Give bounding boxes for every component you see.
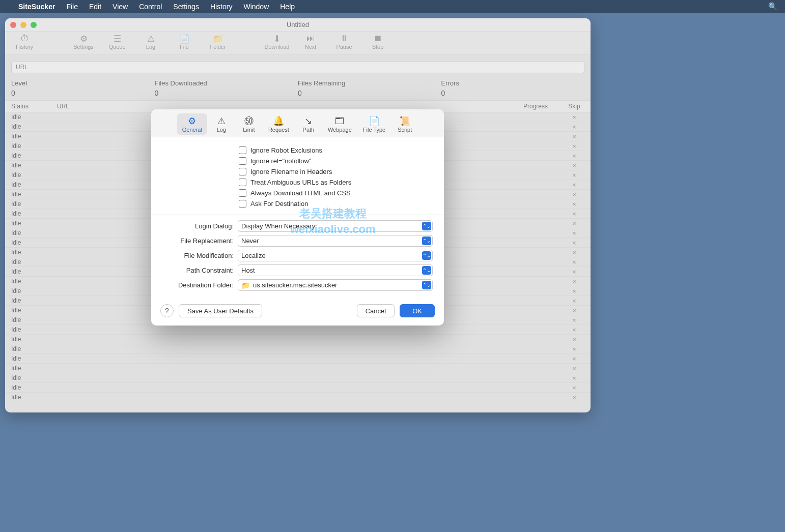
limit-icon: ㊿ [244,115,254,127]
folder-icon: 📁 [241,281,250,289]
menu-edit[interactable]: Edit [89,3,101,11]
menu-history[interactable]: History [210,3,233,11]
menu-window[interactable]: Window [243,3,269,11]
tab-log[interactable]: ⚠Log [208,113,235,135]
chevron-updown-icon: ⌃⌄ [422,281,431,289]
bell-icon: 🔔 [273,115,284,127]
tab-limit[interactable]: ㊿Limit [236,113,262,135]
destination-folder-select[interactable]: 📁us.sitesucker.mac.sitesucker⌃⌄ [238,279,433,291]
chk-ignore-filename[interactable]: Ignore Filename in Headers [239,168,433,175]
webpage-icon: 🗔 [335,115,344,127]
warning-icon: ⚠ [217,115,226,127]
tab-filetype[interactable]: 📄File Type [358,113,390,135]
login-dialog-select[interactable]: Display When Necessary⌃⌄ [238,220,433,232]
path-constraint-select[interactable]: Host⌃⌄ [238,264,433,276]
destination-folder-label: Destination Folder: [162,281,234,289]
file-replacement-select[interactable]: Never⌃⌄ [238,235,433,247]
path-constraint-label: Path Constraint: [162,267,234,274]
chevron-updown-icon: ⌃⌄ [422,266,431,275]
menu-help[interactable]: Help [280,3,295,11]
menubar: SiteSucker File Edit View Control Settin… [0,0,785,13]
chk-always-download-html[interactable]: Always Download HTML and CSS [239,189,433,197]
file-modification-select[interactable]: Localize⌃⌄ [238,250,433,261]
gear-icon: ⚙ [188,115,196,127]
tab-general[interactable]: ⚙General [177,113,207,135]
script-icon: 📜 [399,115,410,127]
chevron-updown-icon: ⌃⌄ [422,222,431,230]
file-modification-label: File Modification: [162,252,234,259]
dialog-tabs: ⚙General ⚠Log ㊿Limit 🔔Request ↘Path 🗔Web… [151,109,444,137]
tab-path[interactable]: ↘Path [295,113,322,135]
chevron-updown-icon: ⌃⌄ [422,251,431,260]
menu-settings[interactable]: Settings [173,3,199,11]
file-icon: 📄 [369,115,380,127]
chk-ignore-nofollow[interactable]: Ignore rel="nofollow" [239,157,433,165]
tab-script[interactable]: 📜Script [391,113,418,135]
menu-control[interactable]: Control [139,3,162,11]
menu-view[interactable]: View [113,3,128,11]
tab-webpage[interactable]: 🗔Webpage [323,113,357,135]
save-defaults-button[interactable]: Save As User Defaults [179,304,262,317]
login-dialog-label: Login Dialog: [162,222,234,230]
app-name[interactable]: SiteSucker [18,3,55,11]
settings-dialog: ⚙General ⚠Log ㊿Limit 🔔Request ↘Path 🗔Web… [151,109,444,326]
menu-file[interactable]: File [66,3,78,11]
cancel-button[interactable]: Cancel [357,304,395,317]
path-icon: ↘ [304,115,312,127]
chk-ask-destination[interactable]: Ask For Destination [239,200,433,208]
help-button[interactable]: ? [160,304,174,317]
file-replacement-label: File Replacement: [162,237,234,245]
spotlight-icon[interactable]: 🔍 [768,2,778,11]
chevron-updown-icon: ⌃⌄ [422,237,431,245]
ok-button[interactable]: OK [400,304,435,317]
chk-ambiguous-folders[interactable]: Treat Ambiguous URLs as Folders [239,179,433,186]
tab-request[interactable]: 🔔Request [263,113,294,135]
chk-ignore-robots[interactable]: Ignore Robot Exclusions [239,146,433,154]
